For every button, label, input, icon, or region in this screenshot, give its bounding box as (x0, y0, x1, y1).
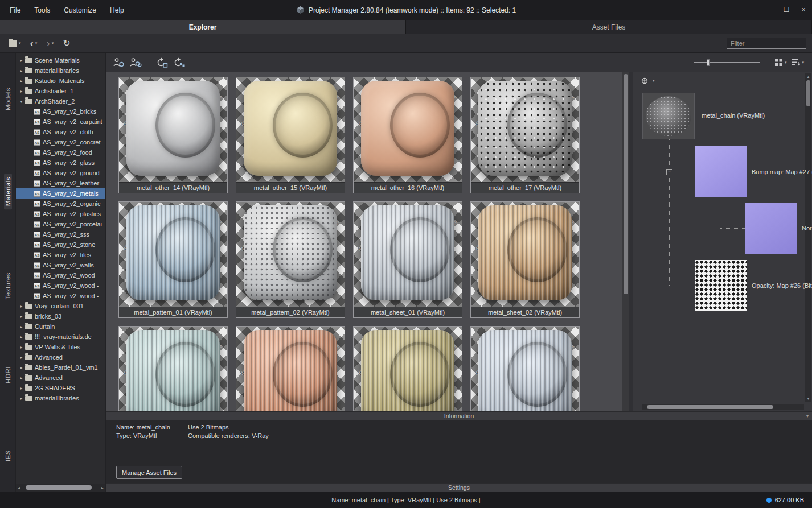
tree-item[interactable]: ▸VP Walls & Tiles (16, 342, 105, 352)
filter-input[interactable] (727, 38, 806, 49)
tree-item[interactable]: AS_vray_v2_carpaint (16, 117, 105, 127)
material-thumbnail[interactable]: 40%25%75% (118, 326, 228, 411)
tree-item[interactable]: AS_vray_v2_metals (16, 188, 105, 199)
expander-icon[interactable]: ▾ (18, 99, 25, 104)
menu-customize[interactable]: Customize (58, 3, 102, 17)
scrollbar-thumb[interactable] (806, 80, 810, 106)
scroll-up-icon[interactable]: ▴ (807, 75, 810, 79)
tree-item[interactable]: AS_vray_v2_ground (16, 168, 105, 178)
material-thumbnail[interactable]: 40%25%75%metal_sheet_02 (VRayMtl) (470, 201, 580, 318)
expander-icon[interactable]: ▸ (18, 79, 25, 84)
material-thumbnail[interactable]: 40%25%75%metal_other_14 (VRayMtl) (118, 77, 228, 193)
tree-item[interactable]: ▸Kstudio_Materials (16, 76, 105, 86)
tree-item[interactable]: ▾ArchShader_2 (16, 96, 105, 106)
grid-vertical-scrollbar[interactable] (622, 72, 629, 411)
normal-map-node-thumbnail[interactable] (745, 203, 797, 254)
category-tab-hdri[interactable]: HDRI (4, 363, 12, 387)
refresh-button[interactable]: ↻ (60, 37, 73, 49)
assign-material-icon[interactable] (113, 57, 125, 68)
pick-material-icon[interactable] (130, 57, 142, 68)
tree-item[interactable]: AS_vray_v2_wood - (16, 280, 105, 291)
tree-item[interactable]: AS_vray_v2_food (16, 147, 105, 158)
information-header[interactable]: Information ▾ (106, 411, 812, 420)
tree-item[interactable]: AS_vray_v2_tiles (16, 250, 105, 260)
slider-thumb[interactable] (707, 59, 710, 66)
category-tab-models[interactable]: Models (4, 84, 12, 114)
tab-explorer[interactable]: Explorer (0, 20, 406, 34)
tree-item[interactable]: ▸Advanced (16, 352, 105, 362)
expander-icon[interactable]: ▸ (18, 355, 25, 360)
preview-horizontal-scrollbar[interactable] (642, 404, 804, 410)
grid-view-button[interactable]: ▾ (774, 58, 787, 67)
back-button[interactable]: ‹ ▾ (27, 37, 40, 49)
menu-tools[interactable]: Tools (28, 3, 56, 17)
scroll-left-icon[interactable]: ◂ (18, 485, 20, 490)
scroll-right-icon[interactable]: ▸ (101, 485, 104, 490)
sort-view-button[interactable]: ▾ (792, 58, 804, 67)
opacity-map-node[interactable]: Opacity: Map #26 (Bitma (695, 260, 812, 311)
tree-item[interactable]: AS_vray_v2_concret (16, 137, 105, 147)
material-thumbnail[interactable]: 40%25%75% (470, 326, 580, 411)
settings-header[interactable]: Settings (106, 483, 812, 492)
expander-icon[interactable]: ▸ (18, 345, 25, 350)
material-thumbnail[interactable]: 40%25%75%metal_pattern_02 (VRayMtl) (236, 201, 345, 318)
expander-icon[interactable]: ▸ (18, 304, 25, 309)
expander-icon[interactable]: ▸ (18, 365, 25, 370)
material-thumbnail[interactable]: 40%25%75%metal_sheet_01 (VRayMtl) (353, 201, 462, 318)
tree-item[interactable]: ▸Scene Materials (16, 55, 105, 65)
category-tab-materials[interactable]: Materials (4, 174, 12, 209)
material-thumbnail[interactable]: 40%25%75%metal_other_16 (VRayMtl) (353, 77, 462, 193)
expander-icon[interactable]: ▸ (18, 324, 25, 329)
material-thumbnail[interactable]: 40%25%75% (236, 326, 345, 411)
expander-icon[interactable]: ▸ (18, 334, 25, 340)
tree-item[interactable]: ▸2G SHADERS (16, 383, 105, 393)
material-thumbnail[interactable]: 40%25%75%metal_pattern_01 (VRayMtl) (118, 201, 228, 318)
preview-options-caret-icon[interactable]: ▾ (653, 79, 655, 83)
tab-asset-files[interactable]: Asset Files (406, 20, 812, 34)
scrollbar-thumb[interactable] (624, 74, 628, 294)
sort-view-caret-icon[interactable]: ▾ (802, 60, 804, 65)
menu-help[interactable]: Help (104, 3, 130, 17)
expander-icon[interactable]: ▸ (18, 396, 25, 401)
refresh-preview-selected-icon[interactable] (156, 57, 168, 68)
minimize-button[interactable]: ─ (761, 0, 778, 20)
tree-item[interactable]: AS_vray_v2_bricks (16, 106, 105, 117)
tree-item[interactable]: AS_vray_v2_organic (16, 199, 105, 209)
expander-icon[interactable]: ▸ (18, 68, 25, 73)
tree-item[interactable]: AS_vray_v2_plastics (16, 209, 105, 219)
expander-icon[interactable]: ▸ (18, 386, 25, 391)
scroll-down-icon[interactable]: ▾ (807, 397, 810, 401)
open-folder-button[interactable]: ▾ (6, 39, 24, 48)
tree-item[interactable]: AS_vray_v2_leather (16, 178, 105, 188)
scrollbar-thumb[interactable] (26, 485, 92, 490)
tree-item[interactable]: AS_vray_v2_glass (16, 158, 105, 168)
category-tab-ies[interactable]: IES (4, 447, 12, 465)
opacity-map-node-thumbnail[interactable] (695, 260, 747, 311)
manage-asset-files-button[interactable]: Manage Asset Files (116, 466, 182, 479)
grid-view-caret-icon[interactable]: ▾ (785, 60, 787, 65)
normal-map-node[interactable]: Norma (745, 203, 812, 254)
back-dropdown-caret-icon[interactable]: ▾ (35, 41, 38, 46)
tree-item[interactable]: AS_vray_v2_wood - (16, 291, 105, 301)
tree-item[interactable]: ▸!!!_vray-materials.de (16, 332, 105, 342)
tree-item[interactable]: ▸materiallibraries (16, 393, 105, 403)
scrollbar-thumb[interactable] (647, 405, 773, 409)
tree-item[interactable]: ▸Advanced (16, 373, 105, 383)
tree-item[interactable]: AS_vray_v2_porcelai (16, 219, 105, 229)
material-thumbnail[interactable]: 40%25%75%metal_other_15 (VRayMtl) (236, 77, 345, 193)
collapse-information-icon[interactable]: ▾ (806, 414, 809, 419)
forward-dropdown-caret-icon[interactable]: ▾ (52, 41, 54, 46)
expander-icon[interactable]: ▸ (18, 375, 25, 381)
tree-item[interactable]: AS_vray_v2_sss (16, 229, 105, 239)
tree-item[interactable]: ▸Curtain (16, 321, 105, 332)
tree-item[interactable]: AS_vray_v2_stone (16, 239, 105, 250)
bump-map-node-thumbnail[interactable] (695, 146, 747, 197)
material-thumbnail[interactable]: 40%25%75% (353, 326, 462, 411)
expander-icon[interactable]: ▸ (18, 89, 25, 94)
category-tab-textures[interactable]: Textures (4, 269, 12, 303)
tree-item[interactable]: ▸materiallibraries (16, 65, 105, 76)
close-button[interactable]: × (795, 0, 812, 20)
thumbnail-size-slider[interactable] (694, 59, 760, 67)
expander-icon[interactable]: ▸ (18, 58, 25, 63)
tree-item[interactable]: AS_vray_v2_cloth (16, 127, 105, 137)
